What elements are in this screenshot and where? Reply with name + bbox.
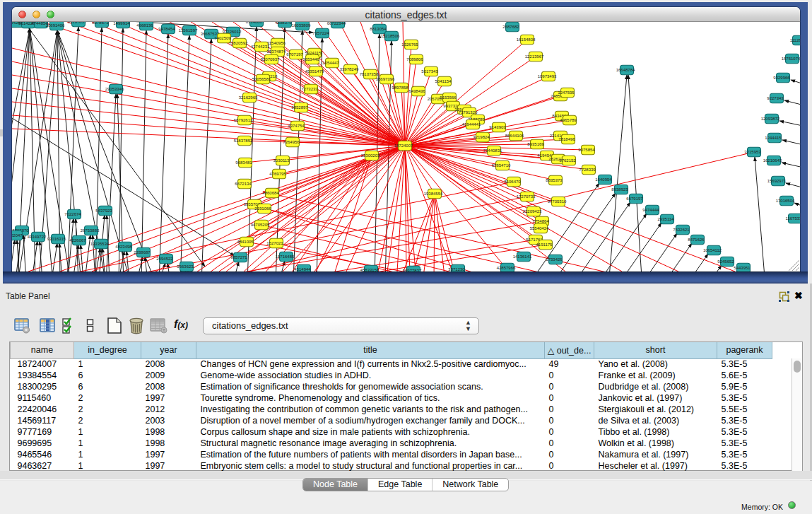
svg-text:13561597: 13561597 <box>179 28 198 33</box>
svg-text:4965789: 4965789 <box>560 118 577 122</box>
svg-text:9153566: 9153566 <box>440 95 457 100</box>
svg-text:1499914: 1499914 <box>113 22 130 25</box>
svg-text:7728339: 7728339 <box>579 168 596 172</box>
svg-text:17270733: 17270733 <box>517 194 536 199</box>
svg-text:5924115: 5924115 <box>305 51 322 55</box>
svg-text:82070937: 82070937 <box>261 57 280 62</box>
svg-text:8835373: 8835373 <box>546 178 563 182</box>
svg-text:9857271: 9857271 <box>230 255 247 259</box>
svg-text:4668136: 4668136 <box>136 23 153 28</box>
svg-text:4823498: 4823498 <box>115 245 132 249</box>
svg-text:1640954: 1640954 <box>595 177 612 182</box>
svg-text:15692971: 15692971 <box>767 179 787 183</box>
svg-text:72820592: 72820592 <box>229 41 248 45</box>
svg-text:2694522: 2694522 <box>156 257 173 261</box>
svg-text:7022674: 7022674 <box>64 212 81 216</box>
svg-text:41944441: 41944441 <box>462 122 481 127</box>
svg-text:67854710: 67854710 <box>492 163 511 168</box>
svg-text:1527021: 1527021 <box>266 241 283 245</box>
svg-text:51837852: 51837852 <box>234 139 253 143</box>
svg-text:7357224: 7357224 <box>312 31 329 35</box>
svg-text:49349722: 49349722 <box>28 235 47 239</box>
svg-text:1244415: 1244415 <box>765 136 782 140</box>
svg-text:26753883: 26753883 <box>81 228 100 233</box>
svg-text:20691406: 20691406 <box>46 23 65 28</box>
svg-text:3653446: 3653446 <box>302 57 319 62</box>
svg-text:73440831: 73440831 <box>483 148 502 153</box>
svg-text:10973493: 10973493 <box>538 74 557 78</box>
svg-text:7273233: 7273233 <box>301 87 318 91</box>
svg-text:19384554: 19384554 <box>424 192 443 196</box>
svg-text:96977837: 96977837 <box>403 269 422 272</box>
svg-text:9227343: 9227343 <box>767 96 784 100</box>
svg-text:7264956: 7264956 <box>283 140 300 144</box>
svg-text:97226012: 97226012 <box>223 30 242 34</box>
svg-text:2191066: 2191066 <box>254 206 271 211</box>
svg-text:6438436: 6438436 <box>408 89 425 93</box>
svg-text:3871230: 3871230 <box>448 267 465 271</box>
svg-text:15218506: 15218506 <box>381 34 400 38</box>
svg-text:78137358: 78137358 <box>360 72 379 76</box>
svg-text:18724007: 18724007 <box>394 144 413 148</box>
svg-text:19335534: 19335534 <box>90 242 110 246</box>
svg-text:9478454: 9478454 <box>158 27 175 31</box>
svg-text:86644106: 86644106 <box>505 134 524 138</box>
svg-text:16033809: 16033809 <box>292 23 311 28</box>
svg-text:97705310: 97705310 <box>548 199 567 204</box>
svg-text:7089806: 7089806 <box>406 57 423 62</box>
svg-text:2338687: 2338687 <box>134 250 151 255</box>
svg-text:29053346: 29053346 <box>105 87 124 91</box>
svg-text:4841005: 4841005 <box>237 240 254 244</box>
svg-text:10654112: 10654112 <box>703 248 722 252</box>
svg-text:5663623: 5663623 <box>177 264 194 269</box>
svg-text:16154808: 16154808 <box>517 37 536 42</box>
svg-text:25300203: 25300203 <box>361 153 380 158</box>
svg-text:9474444: 9474444 <box>642 208 659 212</box>
svg-text:1326765: 1326765 <box>401 42 418 47</box>
svg-text:12213967: 12213967 <box>525 54 544 59</box>
svg-text:1054447: 1054447 <box>322 61 339 65</box>
svg-text:1733426: 1733426 <box>546 257 563 262</box>
svg-text:3030113: 3030113 <box>273 158 290 163</box>
svg-text:8106470: 8106470 <box>504 180 521 184</box>
svg-text:6679197: 6679197 <box>626 197 643 201</box>
svg-text:8471626: 8471626 <box>688 238 705 242</box>
svg-text:8813054: 8813054 <box>370 27 387 31</box>
svg-text:16210643: 16210643 <box>763 158 782 163</box>
svg-text:4769795: 4769795 <box>269 172 286 176</box>
svg-text:3762152: 3762152 <box>559 158 576 163</box>
svg-text:9683481: 9683481 <box>235 160 252 165</box>
svg-text:15751074: 15751074 <box>782 57 800 61</box>
svg-text:7754864: 7754864 <box>532 219 549 223</box>
svg-text:9143903: 9143903 <box>489 125 506 129</box>
svg-text:15716485: 15716485 <box>276 255 295 259</box>
svg-text:6707197: 6707197 <box>286 52 303 57</box>
svg-text:83140807: 83140807 <box>246 22 265 24</box>
svg-text:7818496: 7818496 <box>558 137 575 141</box>
svg-text:17016504: 17016504 <box>776 199 795 203</box>
svg-text:42857966: 42857966 <box>497 266 516 270</box>
svg-text:5437923: 5437923 <box>95 209 112 213</box>
svg-text:5443951: 5443951 <box>734 266 751 270</box>
svg-text:1112843: 1112843 <box>790 38 800 42</box>
svg-text:4226067: 4226067 <box>69 238 86 243</box>
svg-text:7402509: 7402509 <box>214 36 231 40</box>
svg-text:9897858: 9897858 <box>392 86 408 90</box>
svg-text:6672134: 6672134 <box>235 182 252 186</box>
svg-text:36697396: 36697396 <box>376 77 395 81</box>
svg-text:14136141: 14136141 <box>513 255 532 259</box>
svg-text:9852897: 9852897 <box>291 105 308 110</box>
svg-text:33978249: 33978249 <box>340 67 359 71</box>
svg-text:1247595: 1247595 <box>558 90 575 95</box>
svg-text:8935169: 8935169 <box>527 142 544 146</box>
svg-text:4191175: 4191175 <box>536 243 553 247</box>
svg-text:7632621: 7632621 <box>673 228 690 232</box>
svg-text:9075854: 9075854 <box>578 148 595 152</box>
svg-text:11540956: 11540956 <box>267 41 286 45</box>
svg-text:3219824: 3219824 <box>473 135 490 139</box>
svg-text:32162965: 32162965 <box>239 95 258 100</box>
svg-text:1167533: 1167533 <box>786 216 800 221</box>
svg-text:4374754: 4374754 <box>288 124 305 128</box>
svg-text:8078673: 8078673 <box>92 22 109 25</box>
svg-text:8938923: 8938923 <box>611 187 628 192</box>
